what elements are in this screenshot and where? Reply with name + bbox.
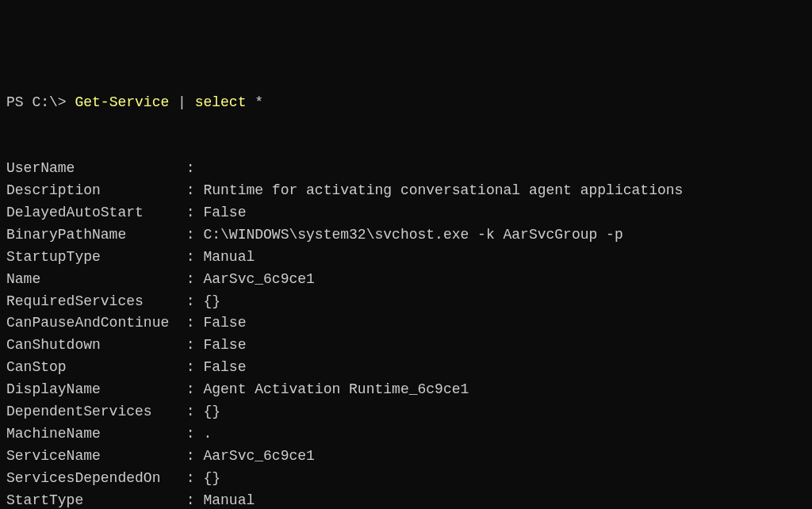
property-row: Description : Runtime for activating con… [6,180,806,202]
property-name: StartupType [6,247,186,269]
property-separator: : [186,180,204,202]
property-row: DelayedAutoStart : False [6,202,806,224]
property-row: CanPauseAndContinue : False [6,312,806,335]
property-name: Name [6,269,186,291]
property-name: MachineName [6,423,186,446]
property-value: AarSvc_6c9ce1 [203,446,314,468]
property-separator: : [186,224,204,247]
property-separator: : [186,158,204,180]
property-value: Manual [203,490,255,509]
property-row: StartupType : Manual [6,247,806,269]
property-name: ServiceName [6,446,186,468]
property-separator: : [186,269,204,291]
property-separator: : [186,490,204,509]
property-row: ServicesDependedOn : {} [6,468,806,490]
cmd-rest: * [246,94,263,110]
property-name: CanShutdown [6,335,186,357]
property-name: DelayedAutoStart [6,202,186,224]
property-row: CanShutdown : False [6,335,806,357]
property-separator: : [186,401,204,423]
property-row: UserName : [6,158,806,180]
property-value: {} [203,468,220,490]
property-row: DisplayName : Agent Activation Runtime_6… [6,379,806,401]
property-value: C:\WINDOWS\system32\svchost.exe -k AarSv… [203,224,622,247]
property-separator: : [186,202,204,224]
cmdlet-getservice: Get-Service [75,94,169,110]
property-name: UserName [6,158,186,180]
property-row: RequiredServices : {} [6,291,806,313]
property-row: StartType : Manual [6,490,806,509]
property-value: Manual [203,247,255,269]
cmdlet-select: select [195,94,247,110]
property-name: ServicesDependedOn [6,468,186,490]
property-separator: : [186,446,204,468]
property-name: Description [6,180,186,202]
pipe-operator: | [169,94,194,110]
property-separator: : [186,247,204,269]
property-value: False [203,357,246,379]
property-value: False [203,202,246,224]
property-value: False [203,312,246,335]
property-value: False [203,335,246,357]
property-separator: : [186,291,204,313]
property-value: {} [203,291,220,313]
property-name: BinaryPathName [6,224,186,247]
property-row: BinaryPathName : C:\WINDOWS\system32\svc… [6,224,806,247]
property-row: CanStop : False [6,357,806,379]
property-row: Name : AarSvc_6c9ce1 [6,269,806,291]
property-value: Runtime for activating conversational ag… [203,180,683,202]
property-name: DisplayName [6,379,186,401]
property-name: StartType [6,490,186,509]
output-block: UserName : Description : Runtime for act… [6,158,806,509]
property-value: AarSvc_6c9ce1 [203,269,314,291]
property-separator: : [186,468,204,490]
command-prompt-line[interactable]: PS C:\> Get-Service | select * [6,92,806,114]
property-name: CanPauseAndContinue [6,312,186,335]
property-name: CanStop [6,357,186,379]
property-row: MachineName : . [6,423,806,446]
property-row: ServiceName : AarSvc_6c9ce1 [6,446,806,468]
property-separator: : [186,423,204,446]
property-separator: : [186,312,204,335]
property-value: . [203,423,212,446]
property-row: DependentServices : {} [6,401,806,423]
prompt-prefix: PS C:\> [6,94,75,110]
property-name: DependentServices [6,401,186,423]
property-name: RequiredServices [6,291,186,313]
property-separator: : [186,335,204,357]
property-value: {} [203,401,220,423]
property-separator: : [186,379,204,401]
property-separator: : [186,357,204,379]
property-value: Agent Activation Runtime_6c9ce1 [203,379,469,401]
